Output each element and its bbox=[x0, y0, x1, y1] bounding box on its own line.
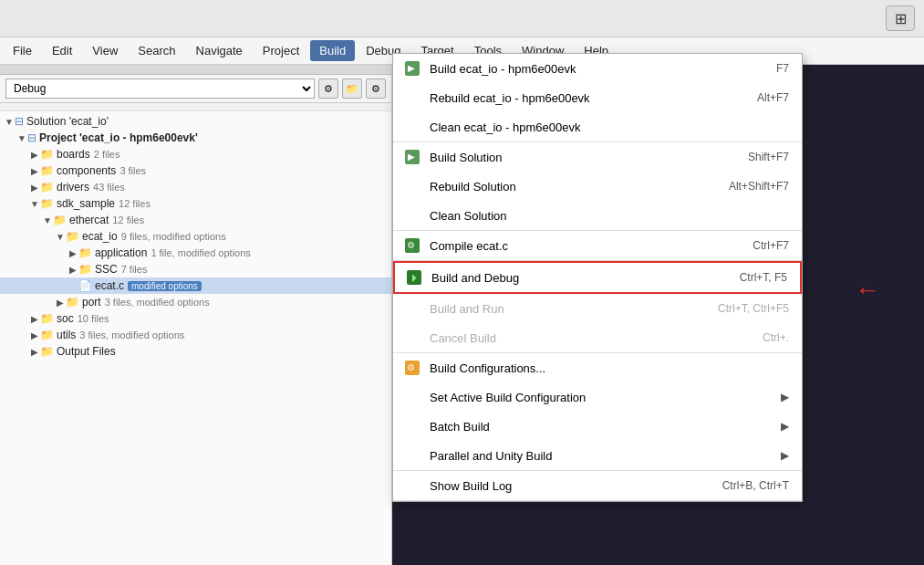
menu-item-navigate[interactable]: Navigate bbox=[187, 40, 252, 61]
tree-expand-arrow[interactable]: ▼ bbox=[4, 117, 15, 127]
menu-item-build[interactable]: Build bbox=[310, 40, 355, 61]
tree-item[interactable]: ▶📁soc 10 files bbox=[0, 310, 391, 327]
debug-toolbar: Debug ⚙ 📁 ⚙ bbox=[0, 75, 391, 103]
tree-item-meta: 9 files, modified options bbox=[121, 231, 226, 242]
tree-item-label: Solution 'ecat_io' bbox=[26, 115, 109, 128]
menu-row-icon bbox=[402, 176, 422, 196]
menu-row-clean-ecat_io---hpm6e00evk[interactable]: Clean ecat_io - hpm6e00evk bbox=[393, 112, 802, 141]
menu-section: Show Build LogCtrl+B, Ctrl+T bbox=[393, 471, 802, 501]
tree-item-meta: 3 files, modified options bbox=[79, 330, 184, 340]
menu-row-icon bbox=[402, 387, 422, 407]
tree-item-label: port bbox=[82, 296, 101, 309]
tree-item[interactable]: ▼⊟Solution 'ecat_io' bbox=[0, 113, 391, 130]
tree-item[interactable]: ▶📁components 3 files bbox=[0, 162, 391, 179]
menu-item-project[interactable]: Project bbox=[254, 40, 308, 61]
tree-item-meta: 43 files bbox=[93, 182, 125, 193]
menu-row-batch-build[interactable]: Batch Build bbox=[393, 412, 802, 441]
tree-item[interactable]: ▶📁Output Files bbox=[0, 343, 391, 360]
tree-expand-arrow[interactable]: ▶ bbox=[29, 330, 40, 340]
menu-row-label: Build ecat_io - hpm6e00evk bbox=[430, 62, 776, 76]
menu-row-build-ecat_io---hpm6e00evk[interactable]: Build ecat_io - hpm6e00evkF7 bbox=[393, 54, 802, 83]
menu-row-compile-ecat.c[interactable]: Compile ecat.cCtrl+F7 bbox=[393, 231, 802, 260]
menu-row-build-solution[interactable]: Build SolutionShift+F7 bbox=[393, 142, 802, 172]
menu-row-shortcut: Ctrl+T, Ctrl+F5 bbox=[718, 302, 789, 315]
tree-item[interactable]: ▼⊟Project 'ecat_io - hpm6e00evk' bbox=[0, 130, 391, 146]
tree-expand-arrow[interactable]: ▶ bbox=[67, 248, 78, 258]
tree-expand-arrow[interactable]: ▼ bbox=[16, 133, 27, 143]
menu-row-shortcut: Ctrl+F7 bbox=[753, 239, 789, 252]
menu-row-show-build-log[interactable]: Show Build LogCtrl+B, Ctrl+T bbox=[393, 471, 802, 500]
menu-row-icon bbox=[402, 205, 422, 225]
menu-section: Build and DebugCtrl+T, F5←Build and RunC… bbox=[393, 261, 802, 353]
menu-row-build-and-debug[interactable]: Build and DebugCtrl+T, F5← bbox=[393, 261, 802, 294]
menu-row-parallel-and-unity-build[interactable]: Parallel and Unity Build bbox=[393, 441, 802, 470]
build-menu: Build ecat_io - hpm6e00evkF7Rebuild ecat… bbox=[392, 53, 803, 502]
tree-expand-arrow[interactable]: ▶ bbox=[29, 314, 40, 324]
tree-item[interactable]: ▼📁ecat_io 9 files, modified options bbox=[0, 228, 391, 245]
menu-item-view[interactable]: View bbox=[83, 40, 127, 61]
toolbar-btn-gear2[interactable]: ⚙ bbox=[366, 78, 386, 99]
tree-expand-arrow[interactable]: ▶ bbox=[29, 166, 40, 176]
menu-row-clean-solution[interactable]: Clean Solution bbox=[393, 201, 802, 230]
menu-item-search[interactable]: Search bbox=[129, 40, 184, 61]
tree-item[interactable]: ▼📁sdk_sample 12 files bbox=[0, 195, 391, 212]
screenshot-icon[interactable]: ⊞ bbox=[886, 5, 915, 31]
tree-item-meta: 3 files bbox=[119, 165, 146, 176]
tree-item-label: boards bbox=[57, 148, 90, 161]
menu-row-label: Compile ecat.c bbox=[430, 239, 753, 253]
folder-icon: 📁 bbox=[78, 246, 95, 259]
tree-item[interactable]: ▼📁ethercat 12 files bbox=[0, 212, 391, 228]
menu-row-shortcut: Shift+F7 bbox=[748, 151, 789, 163]
menu-row-shortcut: Ctrl+B, Ctrl+T bbox=[722, 479, 789, 492]
menu-row-rebuild-solution[interactable]: Rebuild SolutionAlt+Shift+F7 bbox=[393, 172, 802, 201]
menu-section: Build ecat_io - hpm6e00evkF7Rebuild ecat… bbox=[393, 54, 802, 142]
menu-item-file[interactable]: File bbox=[4, 40, 41, 61]
menu-row-icon bbox=[402, 445, 422, 466]
menu-row-label: Batch Build bbox=[430, 420, 773, 434]
toolbar-btn-settings[interactable]: ⚙ bbox=[318, 78, 338, 99]
menu-row-icon bbox=[402, 117, 422, 137]
tree-expand-arrow[interactable]: ▶ bbox=[67, 265, 78, 275]
tree-expand-arrow[interactable]: ▼ bbox=[29, 199, 40, 209]
tree-expand-arrow[interactable]: ▶ bbox=[29, 183, 40, 193]
folder-icon: 📁 bbox=[40, 312, 57, 325]
menu-row-label: Parallel and Unity Build bbox=[430, 449, 773, 463]
tree-item[interactable]: 📄ecat.c modified options bbox=[0, 277, 391, 294]
tree-item-label: sdk_sample bbox=[57, 197, 115, 210]
menu-item-edit[interactable]: Edit bbox=[43, 40, 81, 61]
menu-row-build-configurations...[interactable]: Build Configurations... bbox=[393, 353, 802, 382]
tree-item[interactable]: ▶📁utils 3 files, modified options bbox=[0, 327, 391, 343]
tree-expand-arrow[interactable]: ▼ bbox=[55, 232, 66, 242]
tree-item[interactable]: ▶📁application 1 file, modified options bbox=[0, 245, 391, 261]
menu-row-build-and-run: Build and RunCtrl+T, Ctrl+F5 bbox=[393, 294, 802, 323]
menu-row-icon bbox=[402, 328, 422, 348]
tree-item[interactable]: ▶📁drivers 43 files bbox=[0, 179, 391, 195]
menu-row-icon bbox=[402, 147, 422, 167]
tree-item-label: application bbox=[95, 246, 147, 259]
tree-expand-arrow[interactable]: ▶ bbox=[29, 347, 40, 357]
debug-config-select[interactable]: Debug bbox=[5, 78, 315, 99]
tree-item-meta: modified options bbox=[128, 281, 202, 291]
project-tree: ▼⊟Solution 'ecat_io'▼⊟Project 'ecat_io -… bbox=[0, 111, 391, 565]
menu-row-set-active-build-configuration[interactable]: Set Active Build Configuration bbox=[393, 382, 802, 412]
folder-icon: 📁 bbox=[40, 148, 57, 161]
menu-row-icon bbox=[402, 416, 422, 436]
tree-item[interactable]: ▶📁SSC 7 files bbox=[0, 261, 391, 277]
menu-row-icon bbox=[402, 358, 422, 378]
tree-item[interactable]: ▶📁boards 2 files bbox=[0, 146, 391, 162]
tree-item-meta: 2 files bbox=[94, 149, 120, 160]
tree-expand-arrow[interactable]: ▶ bbox=[55, 298, 66, 308]
menu-row-rebuild-ecat_io---hpm6e00evk[interactable]: Rebuild ecat_io - hpm6e00evkAlt+F7 bbox=[393, 83, 802, 112]
tree-item-meta: 7 files bbox=[121, 264, 148, 275]
solution-icon: ⊟ bbox=[15, 115, 26, 128]
tree-item[interactable]: ▶📁port 3 files, modified options bbox=[0, 294, 391, 310]
tree-expand-arrow[interactable]: ▼ bbox=[42, 215, 53, 225]
tree-expand-arrow[interactable]: ▶ bbox=[29, 150, 40, 160]
tree-item-meta: 10 files bbox=[78, 313, 109, 324]
tree-item-label: ecat_io bbox=[82, 230, 118, 243]
tree-item-label: drivers bbox=[57, 181, 89, 194]
menu-row-label: Build Configurations... bbox=[430, 361, 789, 375]
menu-row-label: Build and Debug bbox=[431, 271, 740, 285]
menu-row-icon bbox=[402, 476, 422, 496]
toolbar-btn-folder[interactable]: 📁 bbox=[342, 78, 362, 99]
